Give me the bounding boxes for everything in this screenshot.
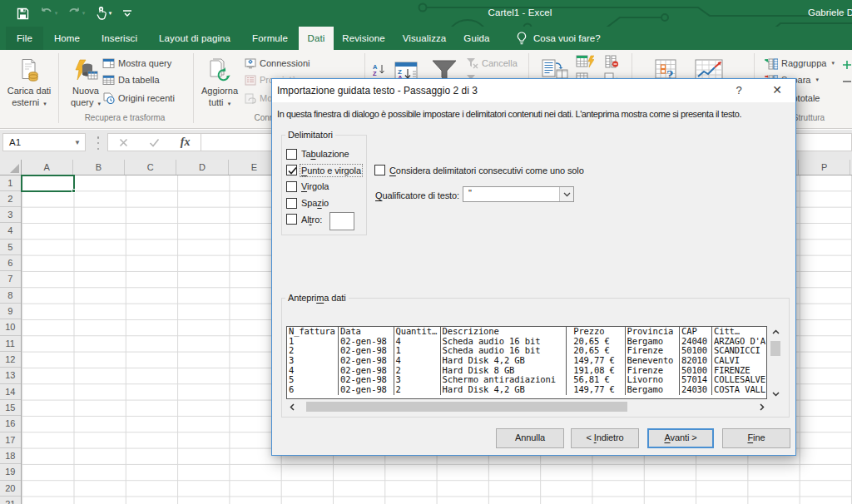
dropdown-arrow-icon: ▾ <box>228 101 231 106</box>
row-header[interactable]: 18 <box>0 448 21 464</box>
column-header[interactable]: D <box>176 160 228 175</box>
preview-horizontal-scrollbar[interactable] <box>286 401 767 413</box>
connessioni-button[interactable]: Connessioni <box>245 55 310 72</box>
cancella-button[interactable]: Cancella <box>466 55 518 72</box>
ribbon-tab[interactable]: Layout di pagina <box>148 27 241 50</box>
ribbon-tab[interactable]: Dati <box>299 27 334 50</box>
row-header[interactable]: 10 <box>0 319 21 335</box>
remove-duplicates-icon <box>604 55 619 68</box>
checkbox-box[interactable] <box>374 165 385 175</box>
row-header[interactable]: 21 <box>0 497 21 504</box>
checkbox-box[interactable] <box>286 198 297 209</box>
rimuovi-duplicati-button[interactable] <box>604 53 619 70</box>
aggiorna-tutti-button[interactable]: Aggiornatutti ▾ <box>196 52 243 125</box>
row-header[interactable]: 19 <box>0 464 21 480</box>
formula-bar-splitter[interactable] <box>95 136 102 150</box>
carica-dati-esterni-button[interactable]: Carica datiesterni ▾ <box>5 52 53 125</box>
delimiters-legend: Delimitatori <box>285 130 335 140</box>
show-detail-button[interactable] <box>842 57 852 73</box>
dialog-button[interactable]: Avanti > <box>647 428 714 448</box>
row-header[interactable]: 17 <box>0 432 21 448</box>
ribbon-tab[interactable]: Revisione <box>334 27 394 50</box>
delimiter-checkbox-altro-[interactable]: Altro: <box>286 214 322 225</box>
row-header[interactable]: 4 <box>0 223 21 239</box>
account-name[interactable]: Gabriele D <box>808 0 852 25</box>
row-header[interactable]: 3 <box>0 207 21 223</box>
ribbon-tab[interactable]: Home <box>43 27 91 50</box>
ribbon-tab[interactable]: File <box>6 27 43 50</box>
row-header[interactable]: 16 <box>0 416 21 432</box>
row-header[interactable]: 13 <box>0 368 21 383</box>
dialog-button[interactable]: Annulla <box>496 428 564 448</box>
cancel-icon[interactable] <box>119 138 128 147</box>
save-icon[interactable] <box>10 1 35 26</box>
tell-me-search[interactable]: Cosa vuoi fare? <box>517 27 601 50</box>
mostra-query-button[interactable]: Mostra query <box>102 55 171 72</box>
ribbon-tab[interactable]: Formule <box>241 27 299 50</box>
row-header[interactable]: 20 <box>0 481 21 497</box>
row-header[interactable]: 5 <box>0 240 21 255</box>
delimiter-checkbox-tabulazione[interactable]: Tabulazione <box>286 149 349 160</box>
name-box[interactable]: A1 ▼ <box>2 133 86 151</box>
name-box-dropdown-icon[interactable]: ▼ <box>70 139 85 146</box>
preview-vertical-scrollbar[interactable] <box>769 326 782 399</box>
delimiter-checkbox-virgola[interactable]: Virgola <box>286 181 329 192</box>
dialog-help-button[interactable]: ? <box>726 79 751 102</box>
column-header[interactable]: P <box>799 160 850 175</box>
touch-mode-icon[interactable]: ▾ <box>90 1 117 26</box>
anteprima-suggerimenti-button[interactable] <box>576 53 594 70</box>
ribbon-tab[interactable]: Guida <box>455 27 498 50</box>
row-header[interactable]: 15 <box>0 400 21 416</box>
checkbox-box[interactable] <box>286 181 297 192</box>
checkbox-box[interactable] <box>286 149 297 160</box>
insert-function-icon[interactable]: fx <box>181 136 191 149</box>
enter-icon[interactable] <box>149 138 160 147</box>
row-header[interactable]: 9 <box>0 304 21 319</box>
fill-handle[interactable] <box>72 189 76 193</box>
consecutive-delimiters-checkbox[interactable]: Considera delimitatori consecutivi come … <box>374 165 584 175</box>
delimiter-checkbox-punto-e-virgola[interactable]: Punto e virgola <box>286 165 361 175</box>
row-header[interactable]: 11 <box>0 336 21 352</box>
scroll-right-icon[interactable] <box>756 401 767 413</box>
hide-detail-button[interactable] <box>842 73 852 90</box>
undo-icon[interactable]: ▾ <box>35 1 62 26</box>
scroll-down-icon[interactable] <box>769 388 782 399</box>
ribbon-tab[interactable]: Visualizza <box>394 27 455 50</box>
dropdown-arrow-icon: ▾ <box>43 101 47 106</box>
scroll-left-icon[interactable] <box>286 401 297 413</box>
customize-qat-icon[interactable] <box>117 1 137 26</box>
horizontal-scroll-thumb[interactable] <box>306 402 627 412</box>
ribbon-tab[interactable]: Inserisci <box>91 27 148 50</box>
row-header[interactable]: 6 <box>0 255 21 271</box>
ordina-az-button[interactable]: AZ <box>373 62 387 78</box>
checkbox-box[interactable] <box>286 214 297 225</box>
column-header[interactable]: B <box>73 160 125 175</box>
raggruppa-button[interactable]: Raggruppa▾ <box>764 55 835 72</box>
other-delimiter-input[interactable] <box>329 212 354 230</box>
origini-recenti-button[interactable]: Origini recenti <box>102 90 175 106</box>
redo-icon[interactable]: ▾ <box>62 1 90 26</box>
row-header[interactable]: 2 <box>0 191 21 207</box>
vertical-scroll-thumb[interactable] <box>770 341 780 356</box>
dialog-title-bar[interactable]: Importazione guidata testo - Passaggio 2… <box>272 79 795 102</box>
column-header[interactable]: C <box>125 160 176 175</box>
dialog-button[interactable]: < Indietro <box>571 428 639 448</box>
row-header[interactable]: 14 <box>0 384 21 400</box>
delimiter-checkbox-spazio[interactable]: Spazio <box>286 198 329 209</box>
row-header[interactable]: 1 <box>0 175 21 191</box>
selected-cell-a1[interactable] <box>21 175 75 193</box>
checkbox-checked-icon[interactable] <box>286 165 297 175</box>
select-all-button[interactable] <box>0 160 22 175</box>
scroll-up-icon[interactable] <box>769 326 782 337</box>
dialog-button[interactable]: Fine <box>722 428 790 448</box>
da-tabella-button[interactable]: Da tabella <box>102 72 160 88</box>
dialog-close-button[interactable]: ✕ <box>762 79 792 102</box>
preview-data-row: 202-gen-981Scheda audio 16 bit 20,65 €Fi… <box>287 346 766 356</box>
data-preview-table[interactable]: N_fatturaDataQuantit…Descrizione PrezzoP… <box>286 326 767 399</box>
text-qualifier-combobox[interactable]: " <box>463 186 574 202</box>
row-header[interactable]: 12 <box>0 352 21 368</box>
row-header[interactable]: 8 <box>0 288 21 304</box>
combobox-dropdown-button[interactable] <box>559 187 573 201</box>
row-header[interactable]: 7 <box>0 271 21 287</box>
column-header[interactable]: A <box>22 160 73 175</box>
